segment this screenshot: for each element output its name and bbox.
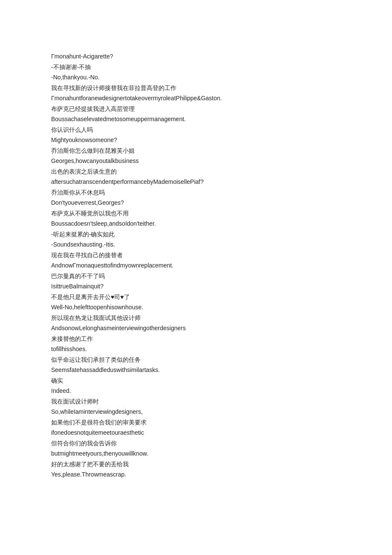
text-line-16: Boussacdoesn'tsleep,andsoIdon'teither. (51, 218, 341, 229)
text-line-18: -Soundsexhausting.-Itis. (51, 239, 341, 250)
text-line-32: Indeed. (51, 386, 341, 396)
text-line-29: 似乎命运让我们承担了类似的任务 (51, 355, 341, 365)
text-line-1: -不抽谢谢-不抽 (51, 62, 341, 73)
text-line-3: 我在寻找新的设计师接替我在菲拉普高登的工作 (51, 83, 341, 93)
text-line-10: Georges,howcanyoutalkbusiness (51, 156, 341, 166)
text-line-36: ifonedoesnotquitemeetouraesthetic (51, 427, 341, 438)
text-line-37: 但符合你们的我会告诉你 (51, 438, 341, 449)
text-line-9: 乔治斯你怎么做到在琵雅芙小姐 (51, 145, 341, 156)
text-line-33: 我在面试设计师时 (51, 396, 341, 407)
text-line-8: Mightyouknowsomeone? (51, 135, 341, 145)
text-line-14: Don'tyoueverrest,Georges? (51, 198, 341, 208)
text-line-13: 乔治斯你从不休息吗 (51, 187, 341, 198)
text-line-30: Seemsfatehassaddleduswithsimilartasks. (51, 365, 341, 375)
text-line-11: 出色的表演之后谈生意的 (51, 166, 341, 177)
text-line-23: 不是他只是离开去开公♥司♥了 (51, 292, 341, 302)
text-line-17: -听起来挺累的-确实如此 (51, 229, 341, 240)
text-line-5: 布萨克已经提拔我进入高层管理 (51, 104, 341, 114)
text-line-39: 好的太感谢了把不要的丢给我 (51, 459, 341, 470)
text-line-22: IsittrueBalmainquit? (51, 281, 341, 292)
text-line-38: butmightmeetyours,thenyouwillknow. (51, 448, 341, 459)
text-line-40: Yes,please.Throwmeascrap. (51, 469, 341, 480)
text-line-6: Boussachaselevatedmetosomeuppermanagemen… (51, 114, 341, 125)
text-line-28: tofillhisshoes. (51, 344, 341, 355)
text-line-2: -No,thankyou.-No. (51, 72, 341, 83)
text-line-20: AndnowΓmonaquesttofindmyownreplacement. (51, 260, 341, 271)
text-line-31: 确实 (51, 375, 341, 386)
text-line-7: 你认识什么人吗 (51, 125, 341, 135)
text-line-19: 现在我在寻找自己的接替者 (51, 250, 341, 261)
text-line-21: 巴尔曼真的不干了吗 (51, 271, 341, 282)
text-line-12: aftersuchatranscendentperformancebyMadem… (51, 177, 341, 187)
text-line-25: 所以现在热龙让我面试其他设计师 (51, 313, 341, 323)
text-line-34: So,whileIaminterviewingdesigners, (51, 407, 341, 417)
text-line-26: AndsonowLelonghasmeinterviewingotherdesi… (51, 323, 341, 334)
text-line-27: 来接替他的工作 (51, 334, 341, 344)
text-line-4: Γmonahuntforanewdesignertotakeovermyrole… (51, 93, 341, 104)
text-line-15: 布萨克从不睡觉所以我也不用 (51, 208, 341, 219)
text-line-0: Γmonahunt-Acigarette? (51, 51, 341, 62)
content-area: Γmonahunt-Acigarette?-不抽谢谢-不抽-No,thankyo… (51, 51, 341, 480)
text-line-24: Well-No,helefttoopenhisownhouse. (51, 302, 341, 313)
text-line-35: 如果他们不是很符合我们的审美要求 (51, 417, 341, 428)
